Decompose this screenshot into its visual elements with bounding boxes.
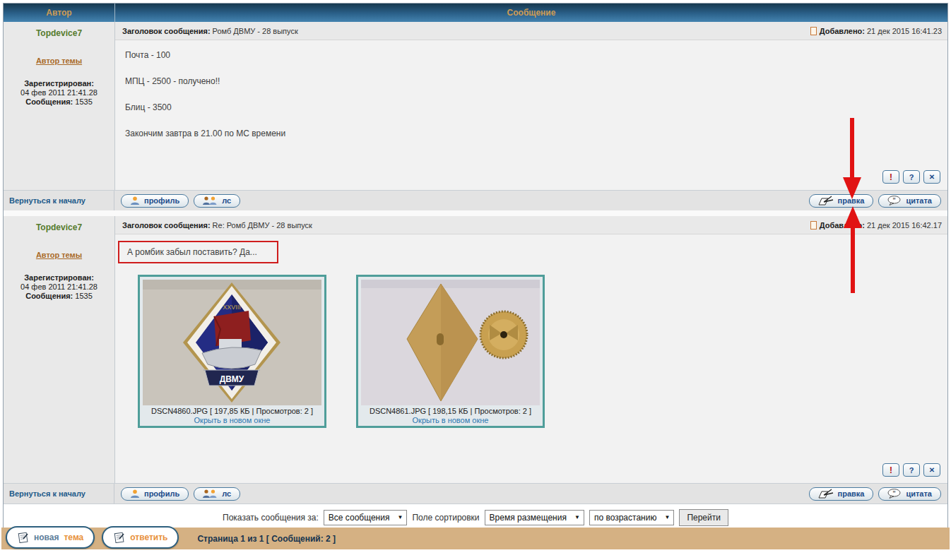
person-icon [130,196,140,205]
post-2-footer: Вернуться к началу профиль лс правка ” ц [4,483,947,504]
post-2: Topdevice7 Автор темы Зарегистрирован: 0… [4,216,947,483]
attachment-thumbnail-badge-back[interactable] [361,280,540,405]
two-persons-icon [203,489,218,498]
post-body-line: Закончим завтра в 21.00 по МС времени [125,129,936,138]
post-page-icon [810,221,817,230]
post-2-mod-buttons: ! ? ✕ [882,463,940,477]
attachment-thumbnail-badge-front[interactable]: XXVIII ДВМУ [143,280,321,405]
post-separator [4,210,947,216]
sort-field-select[interactable]: Время размещения ▼ [485,510,584,525]
new-topic-label-part2: тема [64,532,83,542]
registered-value: 04 фев 2011 21:41.28 [4,282,114,292]
edit-pen-icon [818,196,834,205]
two-persons-icon [203,196,218,205]
attachment-caption: DSCN4861.JPG [ 198,15 КБ | Просмотров: 2… [361,407,540,415]
subject-label: Заголовок сообщения: [122,27,211,35]
subject-text: Re: Ромб ДВМУ - 28 выпуск [213,221,312,230]
attachment-2: DSCN4861.JPG [ 198,15 КБ | Просмотров: 2… [356,275,545,428]
reply-button[interactable]: ответить [102,526,179,549]
show-posts-select[interactable]: Все сообщения ▼ [324,510,408,525]
subject-text: Ромб ДВМУ - 28 выпуск [213,27,298,35]
annotation-arrow-up-shaft [851,228,855,293]
quote-bubble-icon: ” [887,489,902,499]
pm-button-label: лс [222,196,231,205]
annotation-red-box: А ромбик забыл поставить? Да... [118,241,278,263]
annotation-arrow-down-head [843,177,861,199]
report-post-button[interactable]: ! [882,463,899,477]
report-post-button[interactable]: ! [882,170,899,184]
back-to-top-link[interactable]: Вернуться к началу [9,489,85,498]
messages-count: 1535 [75,97,92,106]
post-2-body: А ромбик забыл поставить? Да... [115,234,947,483]
edit-button-label: правка [838,489,865,498]
registered-value: 04 фев 2011 21:41.28 [4,88,114,97]
open-in-new-window-link[interactable]: Окрыть в новом окне [143,416,321,424]
quote-button-label: цитата [906,489,932,498]
sort-field-value: Время размещения [490,513,567,523]
post-1-subject-bar: Заголовок сообщения:Ромб ДВМУ - 28 выпус… [115,22,947,40]
delete-post-button[interactable]: ✕ [923,170,940,184]
post-1-footer-left: Вернуться к началу [4,191,114,210]
profile-button-label: профиль [144,196,179,205]
post-1: Topdevice7 Автор темы Зарегистрирован: 0… [4,22,947,190]
author-stats: Зарегистрирован: 04 фев 2011 21:41.28 Со… [4,273,114,301]
new-topic-button[interactable]: новаятема [6,526,95,549]
go-button[interactable]: Перейти [679,509,728,526]
reply-button-label: ответить [130,532,167,542]
private-message-button[interactable]: лс [194,487,240,501]
new-topic-label-part1: новая [34,532,59,542]
username: Topdevice7 [4,22,114,38]
delete-post-button[interactable]: ✕ [923,463,940,477]
badge-back-photo [361,280,540,405]
open-in-new-window-link[interactable]: Окрыть в новом окне [361,416,540,424]
svg-text:”: ” [893,196,897,203]
quote-post-button[interactable]: ” цитата [878,487,941,501]
back-to-top-link[interactable]: Вернуться к началу [9,196,85,205]
author-role-link[interactable]: Автор темы [36,251,82,259]
quote-bubble-icon: ” [887,196,902,205]
post-2-message-cell: Заголовок сообщения:Re: Ромб ДВМУ - 28 в… [115,216,947,483]
post-2-subject-bar: Заголовок сообщения:Re: Ромб ДВМУ - 28 в… [115,216,947,234]
quote-button-label: цитата [906,196,932,205]
posted-timestamp: Добавлено:21 дек 2015 16:42.17 [810,221,942,230]
pm-button-label: лс [222,489,231,498]
attachments: XXVIII ДВМУ DSCN4860.J [138,275,936,428]
messages-label: Сообщения: [25,292,73,300]
quote-post-button[interactable]: ” цитата [878,194,941,208]
messages-count: 1535 [75,292,92,300]
author-role-link[interactable]: Автор темы [36,56,82,65]
profile-button[interactable]: профиль [121,487,189,501]
profile-button-label: профиль [144,489,179,498]
topic-actions-bar: новаятема ответить Страница 1 из 1 [ Соо… [1,528,950,549]
registered-label: Зарегистрирован: [4,273,114,282]
sort-order-select[interactable]: по возрастанию ▼ [589,510,675,525]
messages-label: Сообщения: [25,97,73,106]
post-2-author-cell: Topdevice7 Автор темы Зарегистрирован: 0… [4,216,115,483]
post-1-mod-buttons: ! ? ✕ [882,170,940,184]
post-2-footer-left: Вернуться к началу [4,484,114,504]
forum-topic-page: Автор Сообщение Topdevice7 Автор темы За… [0,0,951,560]
sort-order-value: по возрастанию [594,513,657,523]
added-value: 21 дек 2015 16:41.23 [867,27,942,35]
profile-button[interactable]: профиль [121,194,189,208]
added-value: 21 дек 2015 16:42.17 [867,221,942,230]
column-header-message: Сообщение [115,4,947,22]
subject-label: Заголовок сообщения: [122,221,211,230]
post-1-author-cell: Topdevice7 Автор темы Зарегистрирован: 0… [4,22,115,190]
edit-post-button[interactable]: правка [809,487,874,501]
edit-pen-icon [818,489,834,499]
attachment-1: XXVIII ДВМУ DSCN4860.J [138,275,326,428]
post-body-line: Блиц - 3500 [125,102,936,112]
dropdown-caret-icon: ▼ [398,515,403,520]
post-info-button[interactable]: ? [903,463,920,477]
author-stats: Зарегистрирован: 04 фев 2011 21:41.28 Со… [4,79,114,107]
topic-table: Автор Сообщение Topdevice7 Автор темы За… [3,3,948,531]
post-1-message-cell: Заголовок сообщения:Ромб ДВМУ - 28 выпус… [115,22,947,190]
svg-text:XXVIII: XXVIII [223,304,241,311]
pagination-info: Страница 1 из 1 [ Сообщений: 2 ] [197,534,336,544]
registered-label: Зарегистрирован: [4,79,114,88]
post-info-button[interactable]: ? [903,170,920,184]
private-message-button[interactable]: лс [194,194,240,208]
annotation-arrow-down-shaft [850,118,854,177]
edit-post-button[interactable]: правка [809,194,874,208]
